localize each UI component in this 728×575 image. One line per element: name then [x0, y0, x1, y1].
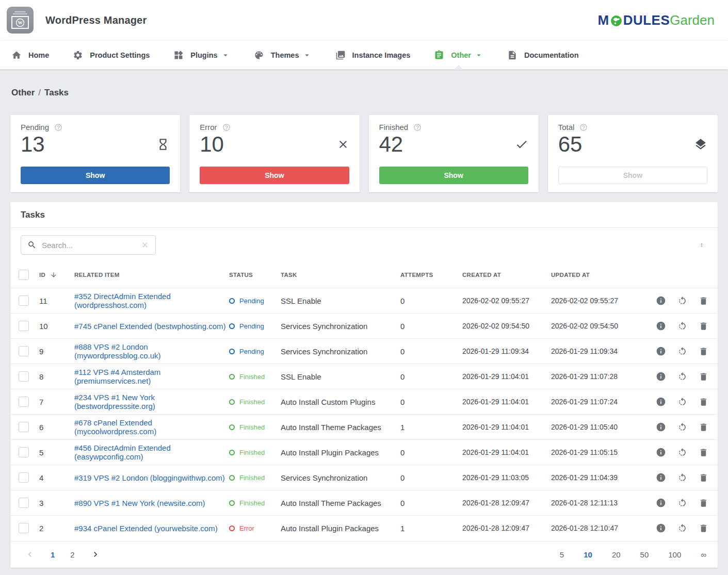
info-icon[interactable] [656, 523, 666, 533]
widgets-icon [173, 50, 184, 60]
column-header-id[interactable]: ID [39, 262, 74, 288]
info-icon[interactable] [656, 295, 666, 306]
related-item-link[interactable]: #890 VPS #1 New York (newsite.com) [74, 499, 205, 507]
retry-icon[interactable] [677, 296, 687, 306]
row-checkbox[interactable] [19, 397, 29, 407]
status-label: Pending [239, 297, 264, 305]
info-icon[interactable] [656, 397, 666, 407]
more-options-icon[interactable] [696, 239, 707, 251]
finished-count: 42 [379, 133, 403, 156]
row-checkbox[interactable] [19, 346, 29, 356]
page-size-options: 5 10 20 50 100 ∞ [560, 550, 706, 559]
nav-item-other[interactable]: Other [434, 41, 483, 70]
related-item-link[interactable]: #234 VPS #1 New York (bestwordpresssite.… [74, 393, 155, 410]
page-title: WordPress Manager [45, 14, 147, 26]
delete-icon[interactable] [699, 422, 708, 432]
info-icon[interactable] [656, 498, 666, 508]
nav-item-instance-images[interactable]: Instance Images [335, 41, 411, 70]
retry-icon[interactable] [677, 321, 687, 331]
row-checkbox[interactable] [19, 498, 29, 508]
retry-icon[interactable] [677, 523, 687, 533]
finished-show-button[interactable]: Show [379, 167, 528, 184]
row-checkbox[interactable] [19, 472, 29, 483]
related-item-link[interactable]: #352 DirectAdmin Extended (wordpresshost… [74, 292, 171, 309]
status-label: Finished [239, 398, 265, 406]
page-number-1[interactable]: 1 [51, 550, 55, 559]
page-size-unlimited[interactable]: ∞ [701, 550, 706, 559]
delete-icon[interactable] [699, 321, 708, 331]
pending-show-button[interactable]: Show [21, 167, 170, 184]
page-size-50[interactable]: 50 [640, 550, 649, 559]
related-item-link[interactable]: #934 cPanel Extended (yourwebsite.com) [74, 524, 218, 533]
column-header-attempts: ATTEMPTS [400, 262, 462, 288]
status-badge: Pending [229, 297, 264, 305]
nav-item-product-settings[interactable]: Product Settings [73, 41, 150, 70]
breadcrumb-page: Tasks [44, 88, 69, 97]
row-checkbox[interactable] [19, 523, 29, 533]
row-checkbox[interactable] [19, 295, 29, 306]
error-show-button[interactable]: Show [200, 167, 349, 184]
related-item-link[interactable]: #678 cPanel Extended (mycoolwordpress.co… [74, 418, 156, 436]
search-input[interactable] [42, 241, 141, 250]
info-icon[interactable] [656, 321, 666, 331]
retry-icon[interactable] [677, 422, 687, 432]
delete-icon[interactable] [699, 372, 708, 382]
clear-search-icon[interactable] [141, 241, 149, 249]
images-icon [335, 50, 346, 60]
nav-item-documentation[interactable]: Documentation [507, 41, 579, 70]
page-size-100[interactable]: 100 [668, 550, 681, 559]
retry-icon[interactable] [677, 473, 687, 483]
related-item-link[interactable]: #745 cPanel Extended (bestwphosting.com) [74, 322, 226, 331]
nav-item-home[interactable]: Home [11, 41, 49, 70]
delete-icon[interactable] [699, 347, 708, 356]
created-at-value: 2026-02-02 09:54:50 [462, 314, 551, 339]
delete-icon[interactable] [699, 397, 708, 407]
retry-icon[interactable] [677, 397, 687, 407]
next-page-icon[interactable] [90, 549, 101, 560]
retry-icon[interactable] [677, 372, 687, 382]
help-icon[interactable] [579, 123, 588, 132]
page-size-10[interactable]: 10 [584, 550, 592, 559]
related-item-link[interactable]: #456 DirectAdmin Extended (easywpconfig.… [74, 443, 171, 461]
pending-card: Pending 13 Show [10, 115, 180, 192]
task-name: SSL Enable [281, 288, 400, 314]
row-checkbox[interactable] [19, 422, 29, 432]
info-icon[interactable] [656, 447, 666, 457]
pagination: 1 2 [25, 549, 101, 560]
delete-icon[interactable] [699, 296, 708, 306]
delete-icon[interactable] [699, 523, 708, 533]
tasks-panel: Tasks ID RELATED ITEM STATU [10, 202, 718, 568]
status-badge: Finished [229, 423, 265, 431]
retry-icon[interactable] [677, 448, 687, 457]
related-item-link[interactable]: #319 VPS #2 London (bloggingwithwp.com) [74, 473, 225, 482]
info-icon[interactable] [656, 346, 666, 356]
table-row: 3 #890 VPS #1 New York (newsite.com) Fin… [10, 490, 718, 516]
help-icon[interactable] [222, 123, 231, 132]
info-icon[interactable] [656, 472, 666, 483]
row-checkbox[interactable] [19, 371, 29, 382]
page-number-2[interactable]: 2 [70, 550, 74, 559]
page-size-20[interactable]: 20 [612, 550, 621, 559]
retry-icon[interactable] [677, 498, 687, 508]
retry-icon[interactable] [677, 347, 687, 356]
delete-icon[interactable] [699, 473, 708, 483]
nav-item-themes[interactable]: Themes [254, 41, 312, 70]
wordpress-w-icon: W [15, 18, 25, 28]
page-size-5[interactable]: 5 [560, 550, 564, 559]
help-icon[interactable] [413, 123, 422, 132]
help-icon[interactable] [54, 123, 62, 132]
delete-icon[interactable] [699, 498, 708, 508]
related-item-link[interactable]: #888 VPS #2 London (mywordpressblog.co.u… [74, 342, 161, 360]
nav-item-plugins[interactable]: Plugins [173, 41, 230, 70]
select-all-checkbox[interactable] [19, 270, 29, 280]
related-item-link[interactable]: #112 VPS #4 Amsterdam (premiumservices.n… [74, 368, 160, 385]
breadcrumb-section[interactable]: Other [11, 88, 35, 97]
delete-icon[interactable] [699, 448, 708, 457]
info-icon[interactable] [656, 422, 666, 432]
row-checkbox[interactable] [19, 321, 29, 331]
info-icon[interactable] [656, 371, 666, 382]
status-ring-icon [229, 399, 235, 405]
row-checkbox[interactable] [19, 447, 29, 457]
document-icon [507, 50, 517, 60]
error-count: 10 [200, 133, 224, 156]
